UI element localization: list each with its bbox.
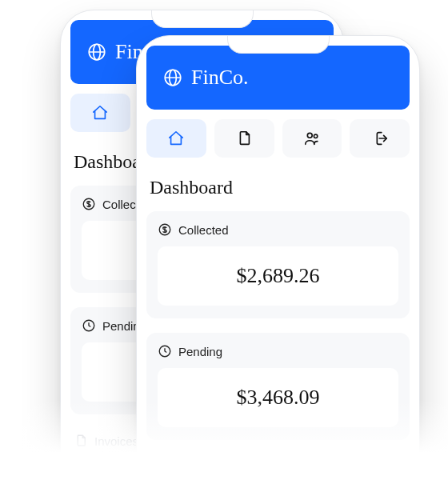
tab-home[interactable] — [70, 94, 130, 132]
collected-value: $2,689.26 — [158, 246, 398, 306]
svg-point-12 — [314, 134, 317, 138]
home-icon — [91, 104, 109, 122]
document-icon — [235, 130, 253, 147]
invoices-heading: Invoices — [146, 454, 410, 474]
phone-notch — [151, 10, 254, 28]
tab-home[interactable] — [146, 119, 206, 158]
logout-icon — [371, 130, 389, 147]
app-header: FinCo. — [146, 46, 410, 110]
phone-notch — [227, 36, 330, 54]
bottom-tabs — [146, 119, 410, 158]
dollar-icon — [82, 197, 96, 211]
phone-mock-front: FinCo. — [136, 35, 420, 496]
svg-point-11 — [307, 133, 312, 138]
brand-name: FinCo. — [191, 66, 249, 90]
clock-icon — [158, 344, 172, 358]
globe-icon — [162, 67, 183, 88]
dollar-icon — [158, 222, 172, 237]
users-icon — [302, 130, 322, 147]
globe-icon — [86, 42, 107, 62]
clock-icon — [82, 318, 96, 333]
card-collected: Collected $2,689.26 — [146, 211, 410, 318]
pending-label: Pending — [178, 345, 222, 358]
card-pending: Pending $3,468.09 — [146, 333, 410, 440]
tab-users[interactable] — [282, 119, 342, 158]
pending-value: $3,468.09 — [158, 368, 398, 427]
invoice-icon — [150, 459, 164, 474]
invoices-label: Invoices — [94, 434, 138, 448]
page-title: Dashboard — [150, 177, 406, 198]
home-icon — [167, 130, 185, 147]
invoices-label: Invoices — [170, 460, 214, 474]
invoice-icon — [74, 434, 88, 448]
tab-documents[interactable] — [214, 119, 274, 158]
tab-logout[interactable] — [350, 119, 410, 158]
collected-label: Collected — [178, 223, 229, 237]
